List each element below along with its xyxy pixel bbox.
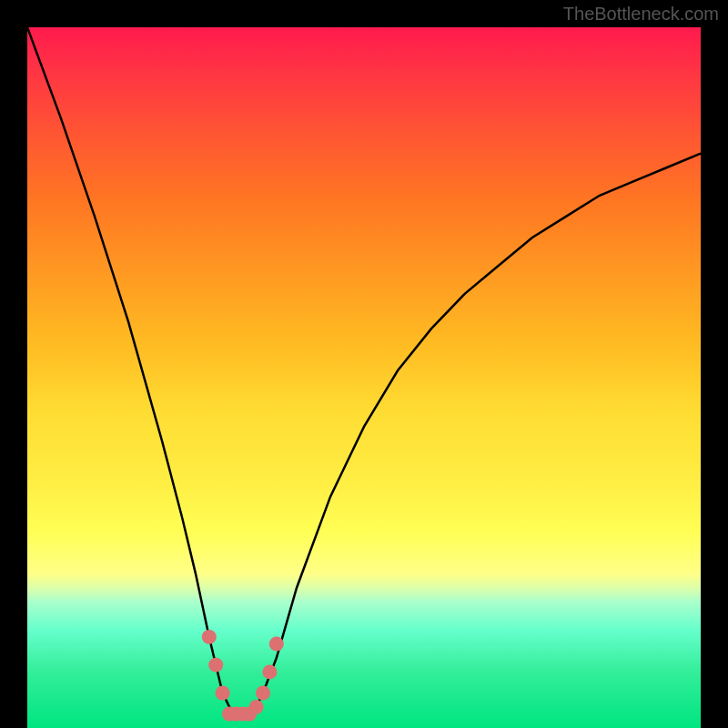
curve-markers: [202, 630, 284, 722]
right-border: [701, 0, 728, 728]
chart-svg: [27, 27, 701, 728]
curve-marker: [249, 700, 264, 714]
chart-plot-area: [27, 27, 701, 728]
curve-marker: [216, 686, 230, 701]
watermark-text: TheBottleneck.com: [563, 4, 719, 25]
curve-marker: [208, 658, 223, 672]
curve-marker: [256, 686, 270, 701]
bottleneck-curve-line: [27, 27, 701, 714]
curve-marker: [262, 664, 277, 679]
curve-marker: [269, 637, 284, 652]
curve-marker: [202, 630, 217, 644]
